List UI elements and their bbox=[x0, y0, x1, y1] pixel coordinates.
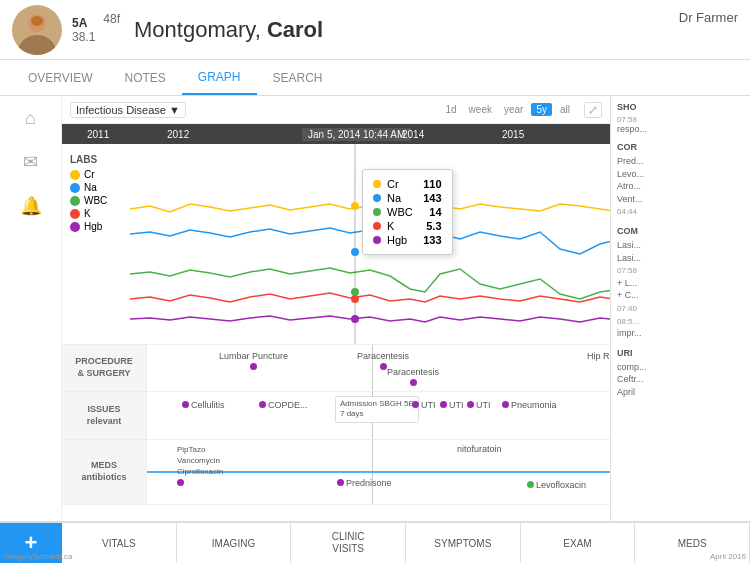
issue-copd: COPDE... bbox=[259, 400, 308, 410]
labs-legend: LABS Cr Na WBC K Hgb bbox=[70, 154, 107, 234]
issue-uti1: UTI bbox=[412, 400, 436, 410]
chart-toolbar: Infectious Disease ▼ 1d week year 5y all… bbox=[62, 96, 610, 124]
med-levofloxacin: Levofloxacin bbox=[527, 480, 586, 490]
tooltip-row-na: Na 143 bbox=[373, 192, 442, 204]
tab-notes[interactable]: NOTES bbox=[108, 60, 181, 95]
tab-search[interactable]: SEARCH bbox=[257, 60, 339, 95]
tooltip-row-cr: Cr 110 bbox=[373, 178, 442, 190]
tooltip-na-label: Na bbox=[387, 192, 401, 204]
patient-last: Carol bbox=[267, 17, 323, 42]
chart-svg-container: LABS Cr Na WBC K Hgb bbox=[62, 144, 610, 344]
tooltip-cr-label: Cr bbox=[387, 178, 399, 190]
tooltip-hgb-val: 133 bbox=[413, 234, 441, 246]
time-btn-5y[interactable]: 5y bbox=[531, 103, 552, 116]
tooltip-row-k: K 5.3 bbox=[373, 220, 442, 232]
rp-sho: SHO 07:58 respo... bbox=[617, 102, 744, 134]
data-tooltip: Cr 110 Na 143 WBC 14 K 5.3 bbox=[362, 169, 453, 255]
doctor-name: Dr Farmer bbox=[679, 10, 738, 25]
issue-uti2: UTI bbox=[440, 400, 464, 410]
tooltip-na-val: 143 bbox=[413, 192, 441, 204]
dropdown-arrow: ▼ bbox=[169, 104, 180, 116]
proc-hip: Hip Replacement bbox=[587, 351, 610, 370]
k-dot bbox=[373, 222, 381, 230]
procedure-section: PROCEDURE& SURGERY Lumbar Puncture Parac… bbox=[62, 344, 610, 392]
svg-point-8 bbox=[351, 295, 359, 303]
footer-left: GregorySchmidt.ca bbox=[4, 552, 72, 561]
tooltip-k-val: 5.3 bbox=[416, 220, 441, 232]
issue-uti3: UTI bbox=[467, 400, 491, 410]
patient-first: Montgomary, bbox=[134, 17, 261, 42]
year-2015: 2015 bbox=[502, 129, 524, 140]
procedure-label: PROCEDURE& SURGERY bbox=[62, 345, 147, 391]
imaging-button[interactable]: IMAGING bbox=[177, 523, 292, 563]
sidebar: ⌂ ✉ 🔔 bbox=[0, 96, 62, 521]
wbc-dot bbox=[373, 208, 381, 216]
issues-label: ISSUESrelevant bbox=[62, 392, 147, 439]
vitals-button[interactable]: VITALS bbox=[62, 523, 177, 563]
time-btn-year[interactable]: year bbox=[500, 103, 527, 116]
meds-label: MEDSantibiotics bbox=[62, 440, 147, 504]
proc-lumbar: Lumbar Puncture bbox=[219, 351, 288, 370]
clinic-visits-button[interactable]: CLINICVISITS bbox=[291, 523, 406, 563]
tooltip-k-label: K bbox=[387, 220, 394, 232]
stat-temp: 48f bbox=[103, 12, 120, 26]
rp-cor: COR Pred...Levo...Atro...Vent...04:44 bbox=[617, 142, 744, 218]
year-2014: 2014 bbox=[402, 129, 424, 140]
issue-pneumonia: Pneumonia bbox=[502, 400, 557, 410]
med-nitofuratoin: nitofuratoin bbox=[457, 444, 502, 454]
cr-dot bbox=[373, 180, 381, 188]
tab-overview[interactable]: OVERVIEW bbox=[12, 60, 108, 95]
year-labels: 2011 2012 Jan 5, 2014 10:44 AM 2014 2015… bbox=[62, 124, 610, 144]
svg-point-5 bbox=[351, 202, 359, 210]
footer-right: April 2016 bbox=[710, 552, 746, 561]
symptoms-button[interactable]: SYMPTOMS bbox=[406, 523, 521, 563]
tooltip-wbc-label: WBC bbox=[387, 206, 413, 218]
time-buttons: 1d week year 5y all bbox=[441, 103, 574, 116]
tooltip-row-wbc: WBC 14 bbox=[373, 206, 442, 218]
patient-name: Montgomary, Carol bbox=[134, 17, 323, 43]
bottom-toolbar: + VITALS IMAGING CLINICVISITS SYMPTOMS E… bbox=[0, 521, 750, 563]
time-btn-all[interactable]: all bbox=[556, 103, 574, 116]
svg-point-9 bbox=[351, 315, 359, 323]
year-2012: 2012 bbox=[167, 129, 189, 140]
expand-icon[interactable]: ⤢ bbox=[584, 102, 602, 118]
meds-section: MEDSantibiotics PipTazoVancomycinCiprofl… bbox=[62, 440, 610, 505]
svg-point-3 bbox=[31, 16, 43, 26]
issues-content: Cellulitis COPDE... Admission SBGH 5E7 d… bbox=[147, 392, 610, 439]
tooltip-cr-val: 110 bbox=[413, 178, 441, 190]
svg-point-6 bbox=[351, 248, 359, 256]
meds-content: PipTazoVancomycinCiprofloxacin Prednison… bbox=[147, 440, 610, 504]
tooltip-date: Jan 5, 2014 10:44 AM bbox=[302, 128, 411, 141]
na-dot bbox=[373, 194, 381, 202]
tooltip-row-hgb: Hgb 133 bbox=[373, 234, 442, 246]
stats-left: 5A 38.1 bbox=[72, 16, 95, 44]
med-pip: PipTazoVancomycinCiprofloxacin bbox=[177, 444, 223, 489]
issue-admission: Admission SBGH 5E7 days bbox=[335, 396, 419, 423]
chart-panel: Infectious Disease ▼ 1d week year 5y all… bbox=[62, 96, 610, 521]
year-2011: 2011 bbox=[87, 129, 109, 140]
rp-com: COM Lasi...Lasi... 07:58 + L...+ C... 07… bbox=[617, 226, 744, 340]
procedure-content: Lumbar Puncture Paracentesis Paracentesi… bbox=[147, 345, 610, 391]
avatar bbox=[12, 5, 62, 55]
tooltip-wbc-val: 14 bbox=[419, 206, 441, 218]
tooltip-hgb-label: Hgb bbox=[387, 234, 407, 246]
right-panel: SHO 07:58 respo... COR Pred...Levo...Atr… bbox=[610, 96, 750, 521]
rp-uri: URI comp...Ceftr...April bbox=[617, 348, 744, 399]
svg-point-1 bbox=[17, 35, 57, 55]
hgb-dot bbox=[373, 236, 381, 244]
issues-section: ISSUESrelevant Cellulitis COPDE... Admis… bbox=[62, 392, 610, 440]
disease-dropdown[interactable]: Infectious Disease ▼ bbox=[70, 102, 186, 118]
time-btn-week[interactable]: week bbox=[465, 103, 496, 116]
bell-icon[interactable]: 🔔 bbox=[20, 195, 42, 217]
issue-cellulitis: Cellulitis bbox=[182, 400, 225, 410]
tab-graph[interactable]: GRAPH bbox=[182, 60, 257, 95]
time-btn-1d[interactable]: 1d bbox=[441, 103, 460, 116]
home-icon[interactable]: ⌂ bbox=[25, 108, 36, 129]
proc-paracentesis2: Paracentesis bbox=[387, 367, 439, 386]
med-prednisone: Prednisone bbox=[337, 478, 392, 488]
message-icon[interactable]: ✉ bbox=[23, 151, 38, 173]
exam-button[interactable]: EXAM bbox=[521, 523, 636, 563]
svg-point-7 bbox=[351, 288, 359, 296]
tabs-bar: OVERVIEW NOTES GRAPH SEARCH bbox=[0, 60, 750, 96]
